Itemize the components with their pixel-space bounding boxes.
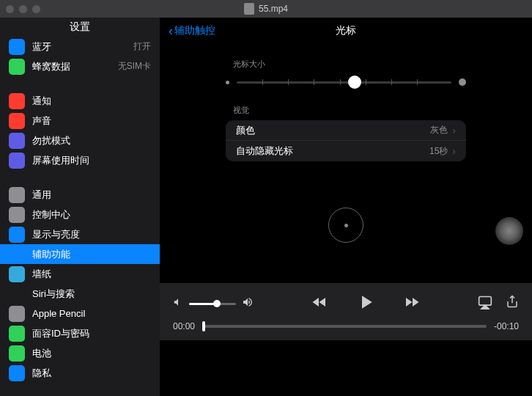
- sidebar-item-label: 显示与亮度: [32, 228, 80, 241]
- volume-slider[interactable]: [189, 303, 236, 305]
- sidebar-item-label: 通知: [32, 95, 51, 108]
- airplay-icon[interactable]: [478, 295, 492, 312]
- close-window-icon[interactable]: [6, 5, 14, 13]
- visual-settings-list: 颜色灰色›自动隐藏光标15秒›: [226, 120, 466, 161]
- row-label: 颜色: [236, 124, 255, 137]
- assistive-touch-button[interactable]: [495, 217, 523, 245]
- settings-row[interactable]: 自动隐藏光标15秒›: [226, 141, 466, 161]
- sidebar-item[interactable]: 蜂窝数据无SIM卡: [0, 56, 160, 76]
- slider-thumb[interactable]: [348, 76, 361, 89]
- slider-max-icon: [459, 78, 466, 86]
- sidebar-item-icon: [9, 227, 25, 243]
- sidebar-item-icon: [9, 59, 25, 75]
- slider-min-icon: [226, 81, 229, 84]
- timeline-slider[interactable]: [202, 325, 487, 328]
- sidebar-item-icon: [9, 153, 25, 169]
- sidebar-item-value: 无SIM卡: [118, 60, 151, 73]
- share-icon[interactable]: [506, 295, 519, 312]
- cursor-size-label: 光标大小: [226, 59, 466, 70]
- sidebar-item[interactable]: 墙纸: [0, 264, 160, 284]
- volume-low-icon: [173, 297, 183, 310]
- row-value: 15秒: [429, 145, 448, 158]
- row-label: 自动隐藏光标: [236, 144, 293, 158]
- sidebar-item-label: 墙纸: [32, 268, 51, 281]
- video-player-controls: 00:00 -00:10: [160, 283, 532, 340]
- forward-button[interactable]: [403, 293, 421, 314]
- back-label: 辅助触控: [174, 24, 215, 37]
- sidebar-item-icon: [9, 365, 25, 381]
- sidebar-item-icon: [9, 93, 25, 109]
- content-navbar: ‹ 辅助触控 光标: [160, 18, 532, 44]
- sidebar-item-label: 通用: [32, 188, 51, 202]
- sidebar-item-label: Apple Pencil: [32, 308, 85, 319]
- sidebar-item-label: Siri与搜索: [32, 287, 75, 301]
- current-time: 00:00: [173, 321, 195, 331]
- filename-label: 55.mp4: [259, 4, 288, 14]
- sidebar-item-icon: [9, 306, 25, 322]
- back-button[interactable]: ‹ 辅助触控: [169, 23, 215, 39]
- sidebar-item[interactable]: 控制中心: [0, 205, 160, 224]
- sidebar-item[interactable]: 电池: [0, 343, 160, 363]
- rewind-button[interactable]: [311, 293, 328, 314]
- sidebar-item-icon: [9, 133, 25, 149]
- sidebar-item[interactable]: 面容ID与密码: [0, 323, 160, 343]
- sidebar-item-label: 面容ID与密码: [32, 327, 89, 340]
- chevron-left-icon: ‹: [169, 23, 173, 39]
- sidebar-item[interactable]: 通知: [0, 91, 160, 111]
- sidebar-item-icon: [9, 266, 25, 282]
- play-button[interactable]: [355, 291, 377, 316]
- sidebar-item-value: 打开: [133, 40, 151, 53]
- sidebar-item-label: 屏幕使用时间: [32, 154, 89, 167]
- window-title: 55.mp4: [244, 3, 288, 15]
- sidebar-item[interactable]: 声音: [0, 111, 160, 131]
- volume-high-icon: [242, 296, 254, 311]
- file-icon: [244, 3, 254, 15]
- sidebar-item-label: 声音: [32, 114, 51, 128]
- sidebar-item[interactable]: 蓝牙打开: [0, 37, 160, 56]
- sidebar-item-icon: [9, 286, 25, 302]
- slider-track[interactable]: [237, 81, 451, 84]
- svg-rect-0: [479, 297, 492, 306]
- window-titlebar: 55.mp4: [0, 0, 532, 18]
- maximize-window-icon[interactable]: [32, 5, 40, 13]
- traffic-lights[interactable]: [6, 5, 40, 13]
- sidebar-item-icon: [9, 207, 25, 223]
- sidebar-item-label: 蜂窝数据: [32, 60, 70, 73]
- sidebar-item[interactable]: 隐私: [0, 363, 160, 383]
- sidebar-item-label: 控制中心: [32, 208, 70, 221]
- sidebar-item-icon: [9, 246, 25, 263]
- visual-section-label: 视觉: [226, 105, 466, 116]
- chevron-right-icon: ›: [452, 145, 456, 157]
- sidebar-item-icon: [9, 187, 25, 203]
- sidebar-item-label: 隐私: [32, 367, 51, 380]
- row-value: 灰色: [430, 124, 448, 136]
- settings-row[interactable]: 颜色灰色›: [226, 120, 466, 141]
- sidebar-item[interactable]: 屏幕使用时间: [0, 150, 160, 170]
- sidebar-item-label: 蓝牙: [32, 40, 51, 54]
- sidebar-item-label: 电池: [32, 347, 51, 360]
- sidebar-item-icon: [9, 39, 25, 55]
- sidebar-item-icon: [9, 326, 25, 342]
- sidebar-item-label: 辅助功能: [32, 248, 70, 261]
- sidebar-item-icon: [9, 113, 25, 129]
- sidebar-item[interactable]: 勿扰模式: [0, 131, 160, 150]
- remaining-time: -00:10: [494, 321, 519, 331]
- sidebar-item[interactable]: 显示与亮度: [0, 224, 160, 244]
- page-title: 光标: [336, 24, 356, 37]
- sidebar-item[interactable]: Siri与搜索: [0, 284, 160, 304]
- sidebar-item[interactable]: Apple Pencil: [0, 304, 160, 323]
- content-pane: ‹ 辅助触控 光标 光标大小 视觉 颜色灰色›自动隐藏光标15秒›: [160, 18, 532, 396]
- settings-sidebar: 设置 蓝牙打开蜂窝数据无SIM卡 通知声音勿扰模式屏幕使用时间 通用控制中心显示…: [0, 18, 160, 396]
- sidebar-item-label: 勿扰模式: [32, 134, 70, 147]
- volume-control[interactable]: [173, 296, 254, 311]
- sidebar-item[interactable]: 辅助功能: [0, 244, 160, 264]
- chevron-right-icon: ›: [452, 125, 456, 136]
- sidebar-item[interactable]: 通用: [0, 185, 160, 205]
- cursor-size-slider[interactable]: [226, 74, 466, 90]
- minimize-window-icon[interactable]: [19, 5, 27, 13]
- sidebar-item-icon: [9, 345, 25, 362]
- sidebar-title: 设置: [0, 18, 160, 37]
- cursor-preview: [328, 208, 363, 243]
